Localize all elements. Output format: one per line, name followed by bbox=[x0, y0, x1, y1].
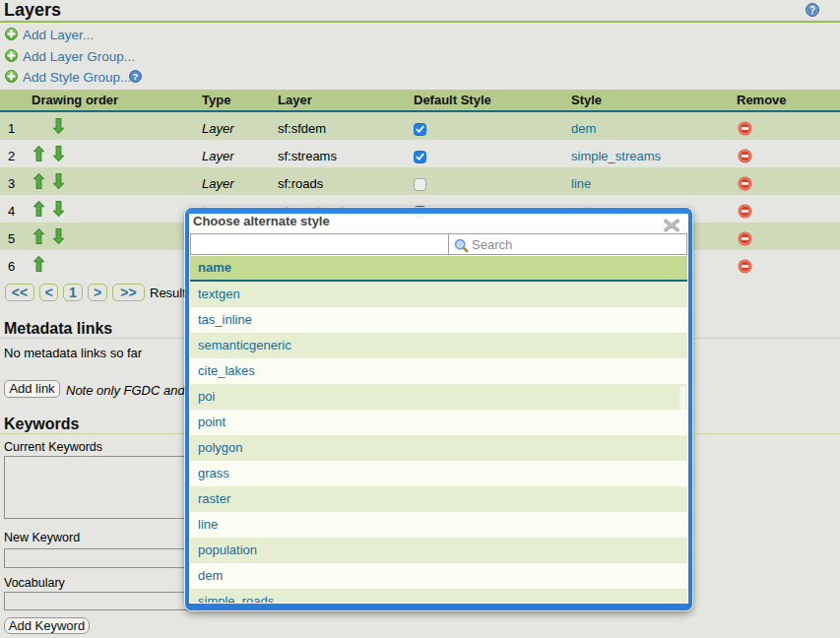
svg-text:?: ? bbox=[809, 5, 815, 16]
svg-text:?: ? bbox=[133, 71, 139, 82]
